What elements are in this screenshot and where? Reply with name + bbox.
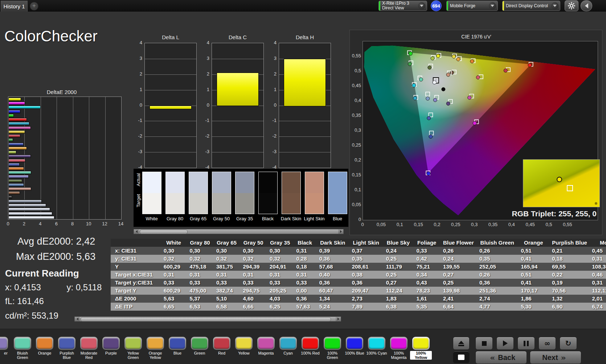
cell: 0,33 [267, 279, 294, 287]
chip-color [281, 338, 296, 349]
next-button[interactable]: Next » [530, 351, 581, 364]
gridline [145, 136, 196, 137]
deltae-bar-red [8, 134, 20, 138]
pattern-chip-red[interactable] [213, 337, 230, 350]
pattern-chip-100-yellow[interactable] [412, 337, 430, 350]
pause-button[interactable] [517, 337, 535, 350]
cie-y-tick-label: 0,5 [350, 68, 361, 73]
y-tick-label: 4 [134, 40, 142, 45]
pattern-window-toggle-button[interactable] [453, 351, 470, 363]
cell: 0,30 [267, 247, 294, 255]
chevron-down-icon[interactable] [418, 2, 425, 9]
meter-dropdown-label: X-Rite i1Pro 3Direct View [380, 1, 418, 11]
pattern-source-dropdown[interactable]: Mobile Forge [446, 1, 498, 11]
measured-marker [528, 64, 532, 67]
pattern-chip-label: 100% Cyan [366, 351, 388, 355]
pattern-chip-label: 100% Yellow [410, 351, 432, 360]
loop-button[interactable]: ∞ [539, 337, 556, 350]
column-header: Bluish Green [476, 239, 518, 247]
pattern-chip-yellow-green[interactable] [124, 337, 142, 350]
scroll-left-button[interactable] [134, 229, 139, 234]
cell: 0,31 [161, 271, 187, 279]
chip-color [325, 338, 340, 349]
pattern-chip-bluish-green[interactable] [14, 337, 31, 350]
cell: 78,23 [413, 287, 440, 295]
pattern-chip-100-green[interactable] [324, 337, 341, 350]
cell: 75,21 [413, 263, 440, 271]
deltae-bar-100-yellow [8, 98, 21, 101]
deltae-bar-bluish-green [8, 171, 31, 174]
pattern-chip-100-cyan[interactable] [368, 337, 385, 350]
measured-marker [428, 66, 431, 69]
cell: 165,94 [518, 263, 549, 271]
pattern-chip-magenta[interactable] [257, 337, 275, 350]
meter-dropdown[interactable]: X-Rite i1Pro 3Direct View [378, 1, 427, 11]
pattern-window-raise-button[interactable] [453, 337, 470, 350]
pattern-chip-green[interactable] [191, 337, 208, 350]
scrollbar-thumb[interactable] [81, 317, 331, 322]
pattern-chip-er[interactable] [0, 337, 8, 350]
tab-history-1[interactable]: History 1 [1, 1, 28, 12]
cell: 112,11 [589, 287, 606, 295]
refresh-button[interactable]: ↻ [560, 337, 577, 350]
cell: 69,55 [549, 263, 589, 271]
cie-x-tick-label: 0,4 [504, 222, 520, 227]
cell: 0,31 [267, 271, 294, 279]
scroll-right-button[interactable] [336, 317, 341, 321]
pattern-chip-orange[interactable] [36, 337, 53, 350]
cell: 0,31 [294, 247, 316, 255]
cell: 0,31 [213, 271, 240, 279]
table-row: x: CIE310,300,300,300,300,300,310,390,37… [111, 247, 606, 255]
cell: 294,39 [240, 263, 267, 271]
pattern-chip-100-magenta[interactable] [390, 337, 408, 350]
pattern-chip-blue[interactable] [169, 337, 186, 350]
pattern-chip-purple[interactable] [102, 337, 120, 350]
gridline [279, 152, 331, 152]
y-tick-label: -1 [134, 118, 142, 123]
scrollbar-thumb[interactable] [140, 230, 188, 234]
deltae-bar-orange [8, 167, 24, 170]
pattern-chip-moderate-red[interactable] [80, 337, 98, 350]
cell: 4,77 [476, 303, 518, 311]
chip-color [258, 338, 274, 349]
pattern-toolbar: erBluish GreenOrangePurplish BlueModerat… [0, 329, 606, 364]
chevron-down-icon[interactable] [551, 2, 558, 9]
stop-button[interactable] [475, 337, 493, 350]
cell: 1,34 [316, 295, 349, 303]
scroll-right-button[interactable] [338, 229, 343, 234]
deltae-chart [8, 97, 122, 220]
delta-h-chart [279, 43, 331, 168]
delta-l-chart [144, 43, 197, 168]
pattern-chip-yellow[interactable] [235, 337, 253, 350]
row-label: Y [111, 263, 161, 271]
cell: 4,03 [267, 295, 294, 303]
settings-button[interactable] [565, 0, 578, 11]
add-tab-button[interactable]: + [30, 2, 38, 11]
pattern-chip-100-blue[interactable] [346, 337, 363, 350]
cell: 0,43 [413, 279, 440, 287]
deltae-bar-100-blue [8, 110, 20, 113]
swatch-strip-scrollbar[interactable] [134, 229, 344, 234]
display-control-dropdown[interactable]: Direct Display Control [502, 1, 560, 11]
collapse-panel-button[interactable] [581, 0, 592, 11]
table-scrollbar[interactable] [74, 316, 341, 322]
pattern-chip-orange-yellow[interactable] [147, 337, 164, 350]
cell: 0,36 [349, 279, 383, 287]
page-title: ColorChecker [4, 28, 98, 45]
loop-icon: ∞ [544, 339, 550, 348]
cell: 0,32 [161, 255, 187, 263]
scroll-left-button[interactable] [75, 317, 80, 321]
chevron-down-icon[interactable] [489, 2, 496, 9]
measured-marker [427, 116, 431, 120]
pattern-chip-100-red[interactable] [302, 337, 319, 350]
pattern-chip-purplish-blue[interactable] [58, 337, 75, 350]
gridline [57, 97, 57, 219]
cell: 0,32 [187, 255, 213, 263]
play-button[interactable] [496, 337, 514, 350]
cell: 0,32 [240, 255, 267, 263]
back-button[interactable]: « Back [475, 351, 527, 364]
gear-icon [568, 2, 575, 9]
deltae-bar-100-magenta [8, 102, 25, 105]
y-tick-label: -2 [134, 133, 142, 139]
pattern-chip-cyan[interactable] [279, 337, 297, 350]
